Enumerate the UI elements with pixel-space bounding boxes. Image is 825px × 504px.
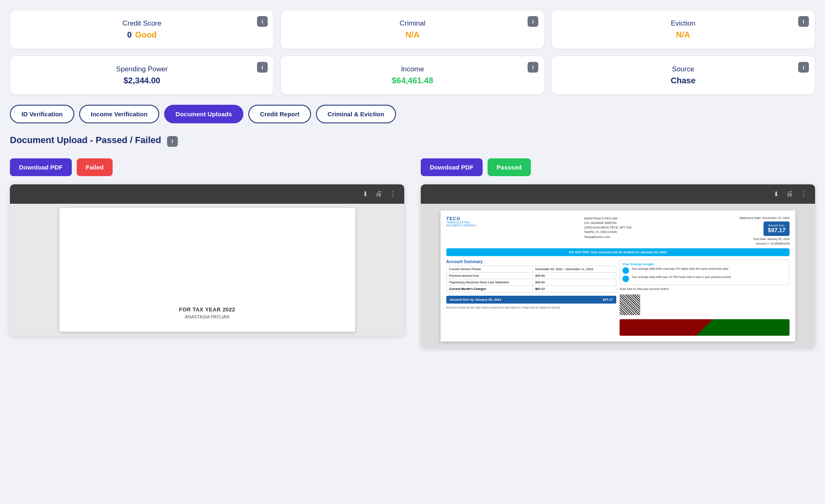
payment-value: $96.89 bbox=[533, 279, 616, 285]
table-row: Current Month's Charges $97.17 bbox=[446, 285, 616, 292]
doc-left-content: FOR TAX YEAR 2022 ANASTASIA PAYLIAN bbox=[10, 204, 404, 336]
doc-left-page-main-text: FOR TAX YEAR 2022 bbox=[179, 306, 236, 313]
eviction-info-button[interactable]: i bbox=[798, 16, 809, 27]
doc-right-viewer: ⬇ 🖨 ⋮ TECO TAMPA ELECTRIC AN EMERA COMPA… bbox=[421, 184, 815, 348]
doc-left-status-button[interactable]: Failed bbox=[77, 158, 113, 176]
source-card: i Source Chase bbox=[551, 56, 815, 95]
doc-left-page: FOR TAX YEAR 2022 ANASTASIA PAYLIAN bbox=[59, 208, 355, 332]
criminal-card: i Criminal N/A bbox=[280, 10, 544, 49]
credit-score-text: Good bbox=[135, 30, 156, 40]
service-period-label: Current Service Period: bbox=[446, 266, 533, 272]
stats-row-1: i Credit Score 0 Good i Criminal N/A i E… bbox=[10, 10, 815, 49]
teco-do-not-pay: DO NOT PAY. Your account will be drafted… bbox=[446, 248, 790, 256]
teco-amount-box: Amount Due: $97.17 bbox=[764, 221, 790, 236]
income-label: Income bbox=[401, 65, 424, 73]
tab-criminal-eviction[interactable]: Criminal & Eviction bbox=[316, 105, 396, 123]
doc-right-download-button[interactable]: Download PDF bbox=[421, 158, 483, 176]
source-info-button[interactable]: i bbox=[798, 62, 809, 73]
teco-bill: TECO TAMPA ELECTRIC AN EMERA COMPANY ANA… bbox=[441, 210, 795, 341]
teco-header: TECO TAMPA ELECTRIC AN EMERA COMPANY ANA… bbox=[446, 216, 790, 245]
teco-summary-title: Account Summary bbox=[446, 259, 616, 264]
credit-score-info-button[interactable]: i bbox=[257, 16, 268, 27]
energy-insight-box: Your Energy Insight Your average daily k… bbox=[620, 259, 790, 285]
teco-left-section: Account Summary Current Service Period: … bbox=[446, 259, 616, 336]
teco-note: Amount not paid by due date may be asses… bbox=[446, 306, 616, 309]
source-label: Source bbox=[672, 65, 694, 73]
table-row: Previous Amount Due $96.89 bbox=[446, 272, 616, 279]
teco-scan-text: Scan here to view your account online. bbox=[620, 287, 790, 290]
eviction-value: N/A bbox=[676, 30, 690, 40]
doc-right-col: Download PDF Passsed ⬇ 🖨 ⋮ TECO TAMPA EL… bbox=[421, 158, 815, 348]
income-value: $64,461.48 bbox=[392, 76, 433, 85]
doc-right-print-icon[interactable]: 🖨 bbox=[786, 190, 793, 198]
section-info-button[interactable]: i bbox=[167, 136, 178, 147]
doc-left-page-sub-text: ANASTASIA PAYLIAN bbox=[185, 314, 229, 319]
doc-right-more-icon[interactable]: ⋮ bbox=[800, 190, 807, 198]
income-info-button[interactable]: i bbox=[528, 62, 538, 73]
tabs-row: ID Verification Income Verification Docu… bbox=[10, 105, 815, 123]
credit-score-zero: 0 bbox=[127, 30, 132, 40]
teco-table: Current Service Period: November 09, 202… bbox=[446, 266, 616, 292]
income-card: i Income $64,461.48 bbox=[280, 56, 544, 95]
teco-qr-code bbox=[620, 294, 640, 315]
eviction-label: Eviction bbox=[671, 19, 695, 28]
doc-right-actions: Download PDF Passsed bbox=[421, 158, 815, 176]
doc-right-toolbar: ⬇ 🖨 ⋮ bbox=[421, 184, 815, 204]
doc-left-actions: Download PDF Failed bbox=[10, 158, 404, 176]
table-row: Current Service Period: November 09, 202… bbox=[446, 266, 616, 272]
credit-score-card: i Credit Score 0 Good bbox=[10, 10, 274, 49]
prev-amount-value: $96.89 bbox=[533, 272, 616, 279]
spending-power-value: $2,344.00 bbox=[124, 76, 160, 85]
document-columns: Download PDF Failed ⬇ 🖨 ⋮ FOR TAX YEAR 2… bbox=[10, 158, 815, 348]
tab-income-verification[interactable]: Income Verification bbox=[79, 105, 159, 123]
teco-right-col: Your Energy Insight Your average daily k… bbox=[620, 259, 790, 336]
source-value: Chase bbox=[671, 76, 695, 85]
payment-label: Payment(s) Received Since Last Statement bbox=[446, 279, 533, 285]
teco-logo-text: TECO bbox=[446, 216, 476, 221]
doc-left-download-icon[interactable]: ⬇ bbox=[363, 190, 368, 198]
doc-left-toolbar: ⬇ 🖨 ⋮ bbox=[10, 184, 404, 204]
criminal-value: N/A bbox=[405, 30, 420, 40]
doc-right-download-icon[interactable]: ⬇ bbox=[773, 190, 779, 198]
doc-right-content: TECO TAMPA ELECTRIC AN EMERA COMPANY ANA… bbox=[421, 204, 815, 348]
doc-left-print-icon[interactable]: 🖨 bbox=[375, 190, 382, 198]
tab-id-verification[interactable]: ID Verification bbox=[10, 105, 74, 123]
current-charges-label: Current Month's Charges bbox=[446, 285, 533, 292]
teco-amount-due-row: Amount Due by January 05, 2024 $97.17 bbox=[446, 296, 616, 304]
doc-left-viewer: ⬇ 🖨 ⋮ FOR TAX YEAR 2022 ANASTASIA PAYLIA… bbox=[10, 184, 404, 336]
doc-left-more-icon[interactable]: ⋮ bbox=[389, 190, 396, 198]
doc-left-download-button[interactable]: Download PDF bbox=[10, 158, 72, 176]
credit-score-value-row: 0 Good bbox=[127, 30, 156, 40]
energy-insight-title: Your Energy Insight bbox=[622, 262, 787, 266]
prev-amount-label: Previous Amount Due bbox=[446, 272, 533, 279]
criminal-label: Criminal bbox=[400, 19, 425, 28]
teco-xmas-image bbox=[620, 319, 790, 336]
stats-row-2: i Spending Power $2,344.00 i Income $64,… bbox=[10, 56, 815, 95]
doc-left-col: Download PDF Failed ⬇ 🖨 ⋮ FOR TAX YEAR 2… bbox=[10, 158, 404, 348]
credit-score-label: Credit Score bbox=[123, 19, 161, 28]
teco-content-grid: Account Summary Current Service Period: … bbox=[446, 259, 790, 336]
tab-document-uploads[interactable]: Document Uploads bbox=[164, 105, 244, 123]
table-row: Payment(s) Received Since Last Statement… bbox=[446, 279, 616, 285]
teco-address: ANASTASIA S PAYLIAN C/O JASMINE MARTIN 1… bbox=[584, 216, 632, 239]
criminal-info-button[interactable]: i bbox=[528, 16, 538, 27]
section-title: Document Upload - Passed / Failed i bbox=[10, 135, 178, 147]
spending-power-info-button[interactable]: i bbox=[257, 62, 268, 73]
eviction-card: i Eviction N/A bbox=[551, 10, 815, 49]
teco-logo-sub: TAMPA ELECTRIC AN EMERA COMPANY bbox=[446, 221, 476, 227]
doc-right-status-button[interactable]: Passsed bbox=[488, 158, 531, 176]
tab-credit-report[interactable]: Credit Report bbox=[248, 105, 311, 123]
teco-logo-area: TECO TAMPA ELECTRIC AN EMERA COMPANY bbox=[446, 216, 476, 227]
spending-power-label: Spending Power bbox=[116, 65, 168, 73]
service-period-value: November 09, 2023 – December 11, 2023 bbox=[533, 266, 616, 272]
current-charges-value: $97.17 bbox=[533, 285, 616, 292]
spending-power-card: i Spending Power $2,344.00 bbox=[10, 56, 274, 95]
section-header: Document Upload - Passed / Failed i bbox=[10, 135, 815, 147]
